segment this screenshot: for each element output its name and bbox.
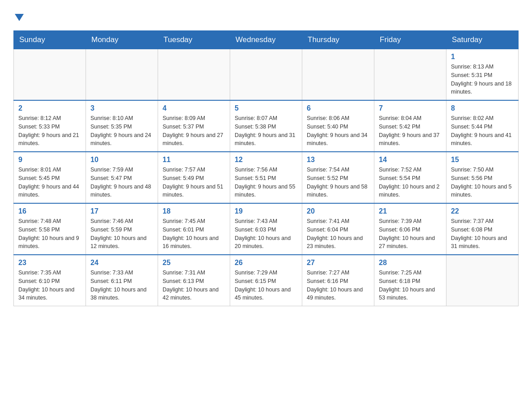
calendar-cell: 21Sunrise: 7:39 AMSunset: 6:06 PMDayligh… (374, 203, 446, 255)
day-number: 17 (90, 207, 153, 215)
calendar-cell (374, 49, 446, 101)
calendar-cell: 7Sunrise: 8:04 AMSunset: 5:42 PMDaylight… (374, 100, 446, 152)
calendar-week-row: 23Sunrise: 7:35 AMSunset: 6:10 PMDayligh… (14, 255, 519, 306)
calendar-cell: 1Sunrise: 8:13 AMSunset: 5:31 PMDaylight… (446, 49, 519, 101)
calendar-cell: 10Sunrise: 7:59 AMSunset: 5:47 PMDayligh… (86, 152, 158, 203)
calendar-cell: 16Sunrise: 7:48 AMSunset: 5:58 PMDayligh… (14, 203, 86, 255)
day-info: Sunrise: 7:57 AMSunset: 5:49 PMDaylight:… (163, 166, 225, 199)
day-info: Sunrise: 7:25 AMSunset: 6:18 PMDaylight:… (379, 269, 442, 302)
day-number: 5 (235, 104, 297, 112)
day-info: Sunrise: 8:12 AMSunset: 5:33 PMDaylight:… (18, 114, 81, 148)
col-monday: Monday (86, 31, 158, 49)
day-number: 4 (163, 104, 225, 112)
day-info: Sunrise: 7:54 AMSunset: 5:52 PMDaylight:… (307, 166, 369, 199)
calendar-cell: 12Sunrise: 7:56 AMSunset: 5:51 PMDayligh… (230, 152, 302, 203)
calendar-cell: 15Sunrise: 7:50 AMSunset: 5:56 PMDayligh… (446, 152, 519, 203)
day-info: Sunrise: 7:46 AMSunset: 5:59 PMDaylight:… (90, 217, 153, 251)
calendar-cell: 4Sunrise: 8:09 AMSunset: 5:37 PMDaylight… (158, 100, 230, 152)
day-number: 22 (451, 207, 514, 215)
day-info: Sunrise: 8:07 AMSunset: 5:38 PMDaylight:… (235, 114, 297, 148)
day-info: Sunrise: 7:35 AMSunset: 6:10 PMDaylight:… (18, 269, 81, 302)
day-info: Sunrise: 8:13 AMSunset: 5:31 PMDaylight:… (451, 63, 514, 96)
day-info: Sunrise: 7:45 AMSunset: 6:01 PMDaylight:… (163, 217, 225, 251)
day-info: Sunrise: 7:41 AMSunset: 6:04 PMDaylight:… (307, 217, 369, 251)
calendar-week-row: 16Sunrise: 7:48 AMSunset: 5:58 PMDayligh… (14, 203, 519, 255)
calendar-cell: 17Sunrise: 7:46 AMSunset: 5:59 PMDayligh… (86, 203, 158, 255)
day-number: 15 (451, 156, 514, 164)
day-number: 12 (235, 156, 297, 164)
calendar-cell: 27Sunrise: 7:27 AMSunset: 6:16 PMDayligh… (302, 255, 374, 306)
day-number: 10 (90, 156, 153, 164)
day-info: Sunrise: 8:06 AMSunset: 5:40 PMDaylight:… (307, 114, 369, 148)
day-number: 7 (379, 104, 442, 112)
day-info: Sunrise: 8:09 AMSunset: 5:37 PMDaylight:… (163, 114, 225, 148)
calendar-cell: 3Sunrise: 8:10 AMSunset: 5:35 PMDaylight… (86, 100, 158, 152)
calendar-cell: 8Sunrise: 8:02 AMSunset: 5:44 PMDaylight… (446, 100, 519, 152)
calendar-cell: 23Sunrise: 7:35 AMSunset: 6:10 PMDayligh… (14, 255, 86, 306)
day-number: 24 (90, 259, 153, 267)
calendar-cell (86, 49, 158, 101)
day-info: Sunrise: 7:48 AMSunset: 5:58 PMDaylight:… (18, 217, 81, 251)
page-header (13, 9, 519, 21)
calendar-week-row: 9Sunrise: 8:01 AMSunset: 5:45 PMDaylight… (14, 152, 519, 203)
day-number: 26 (235, 259, 297, 267)
col-sunday: Sunday (14, 31, 86, 49)
day-number: 8 (451, 104, 514, 112)
calendar-cell: 25Sunrise: 7:31 AMSunset: 6:13 PMDayligh… (158, 255, 230, 306)
calendar-cell: 26Sunrise: 7:29 AMSunset: 6:15 PMDayligh… (230, 255, 302, 306)
day-info: Sunrise: 7:56 AMSunset: 5:51 PMDaylight:… (235, 166, 297, 199)
day-number: 27 (307, 259, 369, 267)
col-wednesday: Wednesday (230, 31, 302, 49)
calendar-cell: 19Sunrise: 7:43 AMSunset: 6:03 PMDayligh… (230, 203, 302, 255)
calendar-cell: 28Sunrise: 7:25 AMSunset: 6:18 PMDayligh… (374, 255, 446, 306)
calendar-cell (302, 49, 374, 101)
day-info: Sunrise: 7:27 AMSunset: 6:16 PMDaylight:… (307, 269, 369, 302)
calendar-cell: 18Sunrise: 7:45 AMSunset: 6:01 PMDayligh… (158, 203, 230, 255)
logo (13, 9, 24, 21)
day-number: 21 (379, 207, 442, 215)
calendar-cell: 11Sunrise: 7:57 AMSunset: 5:49 PMDayligh… (158, 152, 230, 203)
day-number: 28 (379, 259, 442, 267)
col-tuesday: Tuesday (158, 31, 230, 49)
day-number: 20 (307, 207, 369, 215)
calendar-cell: 5Sunrise: 8:07 AMSunset: 5:38 PMDaylight… (230, 100, 302, 152)
day-info: Sunrise: 7:33 AMSunset: 6:11 PMDaylight:… (90, 269, 153, 302)
calendar-header-row: Sunday Monday Tuesday Wednesday Thursday… (14, 31, 519, 49)
day-number: 18 (163, 207, 225, 215)
day-number: 23 (18, 259, 81, 267)
day-info: Sunrise: 7:37 AMSunset: 6:08 PMDaylight:… (451, 217, 514, 251)
day-info: Sunrise: 7:29 AMSunset: 6:15 PMDaylight:… (235, 269, 297, 302)
day-number: 16 (18, 207, 81, 215)
day-number: 6 (307, 104, 369, 112)
calendar-cell (158, 49, 230, 101)
day-info: Sunrise: 8:10 AMSunset: 5:35 PMDaylight:… (90, 114, 153, 148)
day-number: 14 (379, 156, 442, 164)
calendar-cell: 14Sunrise: 7:52 AMSunset: 5:54 PMDayligh… (374, 152, 446, 203)
calendar-cell: 22Sunrise: 7:37 AMSunset: 6:08 PMDayligh… (446, 203, 519, 255)
day-info: Sunrise: 7:59 AMSunset: 5:47 PMDaylight:… (90, 166, 153, 199)
calendar-cell: 13Sunrise: 7:54 AMSunset: 5:52 PMDayligh… (302, 152, 374, 203)
col-friday: Friday (374, 31, 446, 49)
day-info: Sunrise: 7:52 AMSunset: 5:54 PMDaylight:… (379, 166, 442, 199)
day-number: 19 (235, 207, 297, 215)
day-number: 1 (451, 53, 514, 61)
day-number: 11 (163, 156, 225, 164)
day-info: Sunrise: 7:50 AMSunset: 5:56 PMDaylight:… (451, 166, 514, 199)
calendar-week-row: 2Sunrise: 8:12 AMSunset: 5:33 PMDaylight… (14, 100, 519, 152)
calendar-cell: 9Sunrise: 8:01 AMSunset: 5:45 PMDaylight… (14, 152, 86, 203)
day-info: Sunrise: 7:39 AMSunset: 6:06 PMDaylight:… (379, 217, 442, 251)
day-info: Sunrise: 7:31 AMSunset: 6:13 PMDaylight:… (163, 269, 225, 302)
calendar-cell: 6Sunrise: 8:06 AMSunset: 5:40 PMDaylight… (302, 100, 374, 152)
calendar-week-row: 1Sunrise: 8:13 AMSunset: 5:31 PMDaylight… (14, 49, 519, 101)
calendar-cell: 24Sunrise: 7:33 AMSunset: 6:11 PMDayligh… (86, 255, 158, 306)
calendar-cell (446, 255, 519, 306)
calendar-cell: 2Sunrise: 8:12 AMSunset: 5:33 PMDaylight… (14, 100, 86, 152)
day-number: 9 (18, 156, 81, 164)
day-number: 25 (163, 259, 225, 267)
day-number: 2 (18, 104, 81, 112)
col-saturday: Saturday (446, 31, 519, 49)
calendar-cell (230, 49, 302, 101)
day-info: Sunrise: 8:04 AMSunset: 5:42 PMDaylight:… (379, 114, 442, 148)
day-number: 3 (90, 104, 153, 112)
calendar-cell: 20Sunrise: 7:41 AMSunset: 6:04 PMDayligh… (302, 203, 374, 255)
